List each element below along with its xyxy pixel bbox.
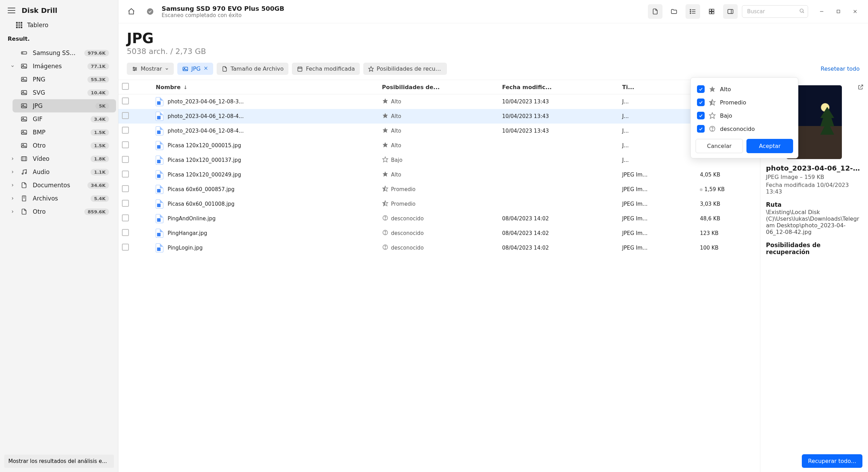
popover-option-promedio[interactable]: Promedio: [696, 96, 793, 109]
window-close-button[interactable]: [848, 4, 862, 19]
row-checkbox[interactable]: [122, 97, 129, 104]
file-size: 4,05 KB: [696, 167, 760, 182]
sidebar-item-count: 1.1K: [91, 169, 109, 175]
table-row[interactable]: photo_2023-04-06_12-08-3... Alto 10/04/2…: [118, 94, 760, 109]
view-list-button[interactable]: [685, 4, 700, 19]
search-input[interactable]: [742, 5, 808, 18]
svg-point-61: [712, 130, 713, 131]
view-folder-button[interactable]: [667, 4, 681, 19]
file-size: 48,6 KB: [696, 211, 760, 226]
jpg-file-icon: [156, 243, 163, 252]
sidebar-category[interactable]: Documentos 34.6K: [2, 179, 116, 192]
sidebar-item-count: 5K: [95, 103, 109, 109]
recovery-label: Promedio: [391, 186, 416, 192]
row-checkbox[interactable]: [122, 200, 129, 207]
view-file-button[interactable]: [648, 4, 662, 19]
sidebar-drive-label: Samsung SSD 970 EV...: [33, 49, 79, 56]
table-row[interactable]: PingLogin.jpg desconocido 08/04/2023 14:…: [118, 241, 760, 255]
row-checkbox[interactable]: [122, 127, 129, 134]
popover-cancel-button[interactable]: Cancelar: [696, 139, 743, 153]
view-grid-button[interactable]: [704, 4, 719, 19]
file-type: JPEG Im...: [619, 182, 696, 197]
home-button[interactable]: [124, 4, 139, 19]
row-checkbox[interactable]: [122, 229, 129, 236]
window-minimize-button[interactable]: [814, 4, 829, 19]
sidebar-category[interactable]: Audio 1.1K: [2, 165, 116, 179]
row-checkbox[interactable]: [122, 185, 129, 192]
table-row[interactable]: Picasa 120x120_000137.jpg Bajo J...: [118, 153, 760, 167]
table-row[interactable]: Picasa 60x60_000857.jpg Promedio JPEG Im…: [118, 182, 760, 197]
chevron-down-icon: [165, 67, 169, 71]
column-header-type[interactable]: Ti...: [619, 80, 696, 94]
table-row[interactable]: Picasa 120x120_000249.jpg Alto JPEG Im..…: [118, 167, 760, 182]
file-name: PingHangar.jpg: [168, 230, 207, 236]
table-row[interactable]: photo_2023-04-06_12-08-4... Alto 10/04/2…: [118, 124, 760, 138]
view-panel-button[interactable]: [723, 4, 738, 19]
open-external-icon[interactable]: [858, 84, 864, 92]
column-header-name[interactable]: Nombre↓: [152, 80, 378, 94]
recover-all-button[interactable]: Recuperar todo...: [802, 454, 862, 468]
sidebar-image-type[interactable]: SVG 10.4K: [13, 86, 116, 99]
filter-date[interactable]: Fecha modificada: [292, 63, 360, 75]
popover-option-desconocido[interactable]: desconocido: [696, 122, 793, 135]
sidebar-tablero[interactable]: Tablero: [0, 18, 118, 32]
jpg-file-icon: [156, 97, 163, 106]
recovery-label: Alto: [391, 172, 402, 178]
filter-show[interactable]: Mostrar: [127, 63, 174, 75]
grid-icon: [16, 22, 22, 28]
row-checkbox[interactable]: [122, 171, 129, 178]
sidebar-image-type[interactable]: JPG 5K: [13, 99, 116, 112]
table-row[interactable]: photo_2023-04-06_12-08-4... Alto 10/04/2…: [118, 109, 760, 124]
popover-option-alto[interactable]: Alto: [696, 82, 793, 96]
sidebar-image-type[interactable]: BMP 1.5K: [13, 126, 116, 139]
row-checkbox[interactable]: [122, 156, 129, 163]
filter-jpg[interactable]: JPG: [177, 63, 213, 75]
svg-rect-39: [837, 10, 840, 13]
column-header-date[interactable]: Fecha modific...: [498, 80, 619, 94]
recovery-label: Alto: [391, 99, 402, 105]
checkbox-checked-icon[interactable]: [697, 112, 705, 119]
popover-option-bajo[interactable]: Bajo: [696, 109, 793, 122]
jpg-file-icon: [156, 214, 163, 223]
table-row[interactable]: PingHangar.jpg desconocido 08/04/2023 14…: [118, 226, 760, 241]
chevron-right-icon: [10, 170, 15, 174]
show-scan-results-button[interactable]: Mostrar los resultados del análisis e...: [4, 455, 114, 468]
sidebar-image-type[interactable]: GIF 3.4K: [13, 112, 116, 126]
sidebar-category[interactable]: Otro 859.6K: [2, 205, 116, 218]
checkbox-checked-icon[interactable]: [697, 125, 705, 133]
jpg-file-icon: [156, 112, 163, 121]
checkbox-checked-icon[interactable]: [697, 99, 705, 106]
close-icon[interactable]: [203, 65, 208, 72]
popover-accept-button[interactable]: Aceptar: [746, 139, 793, 153]
sidebar-drive[interactable]: › Samsung SSD 970 EV... 979.6K: [2, 46, 116, 60]
table-row[interactable]: Picasa 60x60_001008.jpg Promedio JPEG Im…: [118, 197, 760, 211]
category-icon: [20, 155, 28, 163]
select-all-checkbox[interactable]: [122, 83, 129, 90]
table-row[interactable]: Picasa 120x120_000015.jpg Alto J...: [118, 138, 760, 153]
column-header-recovery[interactable]: Posibilidades de...: [379, 80, 499, 94]
file-name: Picasa 120x120_000015.jpg: [168, 142, 241, 149]
reset-filters-link[interactable]: Resetear todo: [821, 65, 860, 72]
sidebar-image-type[interactable]: PNG 55.3K: [13, 73, 116, 86]
table-row[interactable]: PingAndOnline.jpg desconocido 08/04/2023…: [118, 211, 760, 226]
sidebar-category[interactable]: Vídeo 1.8K: [2, 152, 116, 165]
sidebar-images[interactable]: Imágenes 77.1K: [2, 60, 116, 73]
category-icon: [20, 208, 28, 215]
row-checkbox[interactable]: [122, 141, 129, 148]
search-icon: [799, 8, 805, 15]
row-checkbox[interactable]: [122, 112, 129, 119]
file-size: 1,59 KB: [696, 182, 760, 197]
row-checkbox[interactable]: [122, 244, 129, 251]
filter-size[interactable]: Tamaño de Archivo: [217, 63, 288, 75]
svg-point-36: [800, 9, 803, 12]
chevron-down-icon: [10, 64, 15, 68]
svg-rect-31: [712, 9, 714, 11]
window-maximize-button[interactable]: [831, 4, 846, 19]
file-date: 08/04/2023 14:02: [498, 226, 619, 241]
sidebar-image-type[interactable]: Otro 1.5K: [13, 139, 116, 152]
sidebar-category[interactable]: Archivos 5.4K: [2, 192, 116, 205]
filter-recovery[interactable]: Posibilidades de recupe...: [363, 63, 447, 75]
menu-icon[interactable]: [8, 8, 15, 13]
checkbox-checked-icon[interactable]: [697, 85, 705, 93]
row-checkbox[interactable]: [122, 214, 129, 221]
